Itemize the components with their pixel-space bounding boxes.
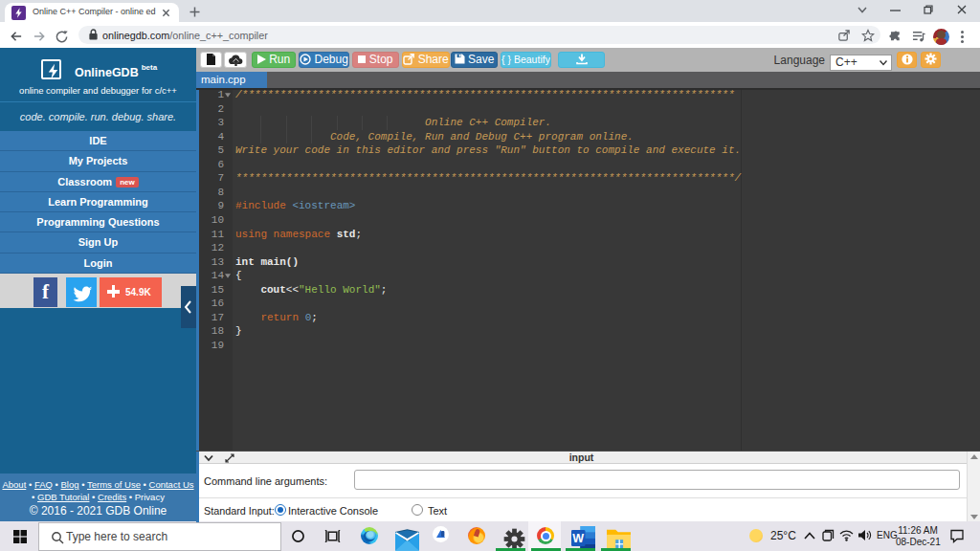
svg-text:W: W <box>572 532 584 545</box>
